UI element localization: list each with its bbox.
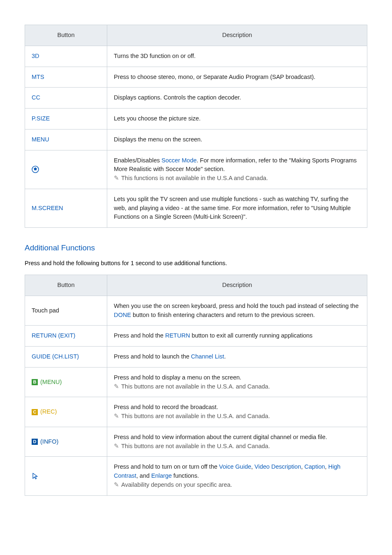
table-row: Touch pad When you use the on screen key… [25, 296, 367, 326]
note-icon: ✎ [114, 481, 120, 490]
button-label: CC [25, 88, 107, 109]
note-text: This functions is not available in the U… [121, 175, 268, 181]
table-row: MTS Press to choose stereo, mono, or Sep… [25, 67, 367, 88]
button-description: Press and hold to record the broadcast. … [107, 397, 367, 427]
button-description: Lets you choose the picture size. [107, 109, 367, 130]
note-icon: ✎ [114, 174, 120, 183]
button-description: Turns the 3D function on or off. [107, 46, 367, 67]
button-description: When you use the on screen keyboard, pre… [107, 296, 367, 326]
color-tag-b-icon: B [32, 379, 38, 385]
section-title: Additional Functions [25, 243, 367, 252]
desc-text: button to finish entering characters and… [131, 312, 315, 318]
desc-text: , [301, 463, 304, 470]
desc-text: When you use the on screen keyboard, pre… [114, 303, 359, 309]
svg-marker-1 [34, 167, 37, 170]
table-row: GUIDE (CH.LIST) Press and hold to launch… [25, 347, 367, 368]
table-row: C (REC) Press and hold to record the bro… [25, 397, 367, 427]
table-row: MENU Displays the menu on the screen. [25, 129, 367, 150]
note-text: Availability depends on your specific ar… [121, 481, 232, 488]
soccer-mode-link[interactable]: Soccer Mode [161, 157, 196, 164]
desc-text: functions. [172, 472, 199, 479]
note-icon: ✎ [114, 442, 120, 451]
desc-text: , and [136, 472, 151, 479]
button-description: Lets you split the TV screen and use mul… [107, 189, 367, 227]
button-label: GUIDE (CH.LIST) [25, 347, 107, 368]
table-row: CC Displays captions. Controls the capti… [25, 88, 367, 109]
button-description: Press and hold to display a menu on the … [107, 367, 367, 397]
channel-list-link[interactable]: Channel List [191, 353, 224, 360]
desc-text: Press and hold the [114, 332, 165, 339]
col-header-description: Description [107, 275, 367, 296]
return-link[interactable]: RETURN [165, 332, 190, 339]
table-header-row: Button Description [25, 25, 367, 46]
desc-text: button to exit all currently running app… [190, 332, 312, 339]
color-tag-d-icon: D [32, 439, 38, 445]
table-row: 3D Turns the 3D function on or off. [25, 46, 367, 67]
button-label [25, 150, 107, 189]
table-row: Press and hold to turn on or turn off th… [25, 457, 367, 495]
buttons-table-1: Button Description 3D Turns the 3D funct… [25, 25, 367, 228]
button-sub-label: (INFO) [40, 438, 58, 445]
button-label: M.SCREEN [25, 189, 107, 227]
col-header-description: Description [107, 25, 367, 46]
button-label: P.SIZE [25, 109, 107, 130]
button-label: B (MENU) [25, 367, 107, 397]
note-text: This buttons are not available in the U.… [121, 383, 270, 390]
table-row: RETURN (EXIT) Press and hold the RETURN … [25, 326, 367, 347]
voice-guide-link[interactable]: Voice Guide [219, 463, 251, 470]
table-row: Enables/Disables Soccer Mode. For more i… [25, 150, 367, 189]
desc-text: Press and hold to view information about… [114, 434, 327, 440]
desc-text: Press and hold to launch the [114, 353, 191, 360]
done-link[interactable]: DONE [114, 312, 131, 318]
button-description: Displays captions. Controls the caption … [107, 88, 367, 109]
desc-text: Press and hold to turn on or turn off th… [114, 463, 219, 470]
button-description: Press and hold the RETURN button to exit… [107, 326, 367, 347]
note-text: This buttons are not available in the U.… [121, 443, 270, 449]
cursor-icon [32, 472, 39, 479]
button-description: Press to choose stereo, mono, or Separat… [107, 67, 367, 88]
button-label: MENU [25, 129, 107, 150]
note-icon: ✎ [114, 412, 120, 421]
video-description-link[interactable]: Video Description [254, 463, 301, 470]
button-label: Touch pad [25, 296, 107, 326]
desc-text: , [325, 463, 328, 470]
button-description: Press and hold to turn on or turn off th… [107, 457, 367, 495]
button-description: Displays the menu on the screen. [107, 129, 367, 150]
note-icon: ✎ [114, 382, 120, 391]
desc-text: Enables/Disables [114, 157, 161, 164]
table-header-row: Button Description [25, 275, 367, 296]
desc-text: Press and hold to display a menu on the … [114, 374, 241, 381]
button-label: C (REC) [25, 397, 107, 427]
caption-link[interactable]: Caption [304, 463, 325, 470]
table-row: B (MENU) Press and hold to display a men… [25, 367, 367, 397]
table-row: M.SCREEN Lets you split the TV screen an… [25, 189, 367, 227]
table-row: P.SIZE Lets you choose the picture size. [25, 109, 367, 130]
table-row: D (INFO) Press and hold to view informat… [25, 427, 367, 457]
section-lead: Press and hold the following buttons for… [25, 260, 367, 266]
button-label: MTS [25, 67, 107, 88]
button-label [25, 457, 107, 495]
button-sub-label: (MENU) [40, 379, 62, 385]
col-header-button: Button [25, 275, 107, 296]
button-description: Press and hold to launch the Channel Lis… [107, 347, 367, 368]
col-header-button: Button [25, 25, 107, 46]
button-label: D (INFO) [25, 427, 107, 457]
color-tag-c-icon: C [32, 409, 38, 415]
button-label: 3D [25, 46, 107, 67]
enlarge-link[interactable]: Enlarge [151, 472, 172, 479]
desc-text: . [224, 353, 226, 360]
button-description: Enables/Disables Soccer Mode. For more i… [107, 150, 367, 189]
buttons-table-2: Button Description Touch pad When you us… [25, 275, 367, 496]
button-description: Press and hold to view information about… [107, 427, 367, 457]
button-label: RETURN (EXIT) [25, 326, 107, 347]
note-text: This buttons are not available in the U.… [121, 413, 270, 419]
button-sub-label: (REC) [40, 408, 57, 415]
desc-text: Press and hold to record the broadcast. [114, 404, 218, 410]
soccer-icon [32, 165, 39, 174]
